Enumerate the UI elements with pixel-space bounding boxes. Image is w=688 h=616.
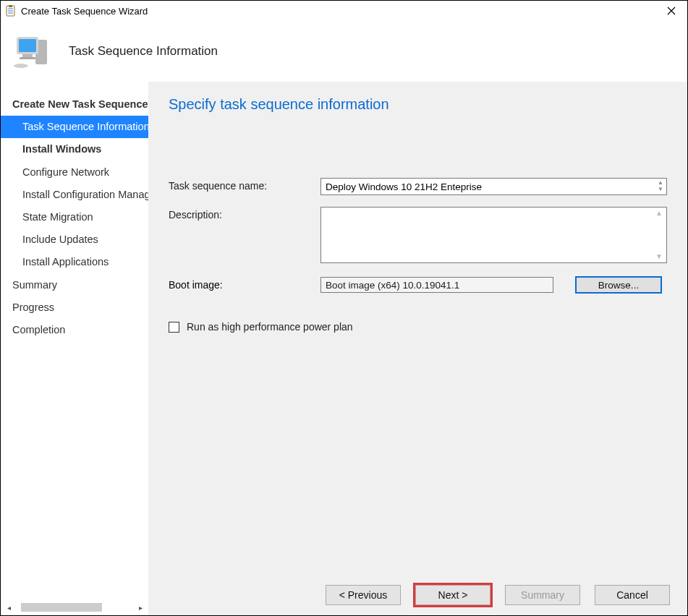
next-button[interactable]: Next > bbox=[415, 585, 490, 605]
footer: < Previous Next > Summary Cancel bbox=[148, 579, 687, 615]
scroll-thumb[interactable] bbox=[21, 603, 102, 612]
previous-button[interactable]: < Previous bbox=[326, 585, 401, 605]
body: Create New Task Sequence Task Sequence I… bbox=[1, 82, 687, 615]
boot-image-row: Boot image: Browse... bbox=[169, 276, 667, 294]
task-name-spinner[interactable]: ▲ ▼ bbox=[655, 179, 666, 194]
sidebar-item-include-updates[interactable]: Include Updates bbox=[1, 228, 148, 251]
boot-image-input bbox=[320, 277, 553, 293]
svg-rect-1 bbox=[9, 5, 12, 7]
computer-icon bbox=[14, 31, 54, 72]
svg-rect-6 bbox=[22, 54, 33, 57]
description-input[interactable] bbox=[320, 207, 667, 263]
sidebar-item-install-applications[interactable]: Install Applications bbox=[1, 251, 148, 273]
svg-rect-7 bbox=[20, 57, 35, 59]
header: Task Sequence Information bbox=[1, 21, 687, 82]
sidebar-item-configure-network[interactable]: Configure Network bbox=[1, 161, 148, 184]
task-name-input[interactable] bbox=[320, 178, 667, 195]
sidebar-item-summary[interactable]: Summary bbox=[1, 274, 148, 296]
description-label: Description: bbox=[169, 207, 320, 221]
wizard-window: Create Task Sequence Wizard Task Sequenc… bbox=[0, 0, 688, 616]
app-icon bbox=[5, 5, 17, 17]
boot-image-label: Boot image: bbox=[169, 279, 320, 291]
sidebar-item-install-windows[interactable]: Install Windows bbox=[1, 138, 148, 161]
spinner-down-icon[interactable]: ▼ bbox=[655, 187, 666, 193]
summary-button: Summary bbox=[505, 585, 580, 605]
power-plan-row: Run as high performance power plan bbox=[169, 321, 667, 333]
scroll-track[interactable] bbox=[14, 603, 135, 612]
title-bar: Create Task Sequence Wizard bbox=[1, 1, 687, 21]
scroll-right-icon[interactable]: ▸ bbox=[135, 602, 145, 612]
svg-point-3 bbox=[14, 64, 28, 68]
sidebar-item-progress[interactable]: Progress bbox=[1, 296, 148, 319]
description-row: Description: ▲ ▼ bbox=[169, 207, 667, 263]
scroll-left-icon[interactable]: ◂ bbox=[4, 602, 14, 612]
task-name-label: Task sequence name: bbox=[169, 178, 320, 192]
sidebar-scrollbar[interactable]: ◂ ▸ bbox=[4, 602, 145, 612]
sidebar-item-create-new-task-sequence[interactable]: Create New Task Sequence bbox=[1, 93, 148, 116]
power-plan-label: Run as high performance power plan bbox=[187, 321, 353, 333]
cancel-button[interactable]: Cancel bbox=[595, 585, 670, 605]
power-plan-checkbox[interactable] bbox=[169, 322, 179, 333]
page-title: Task Sequence Information bbox=[69, 44, 218, 59]
svg-rect-5 bbox=[19, 39, 36, 52]
main-panel: Specify task sequence information Task s… bbox=[148, 82, 687, 615]
sidebar-item-task-sequence-information[interactable]: Task Sequence Information bbox=[1, 116, 148, 138]
main-title: Specify task sequence information bbox=[169, 96, 667, 113]
window-title: Create Task Sequence Wizard bbox=[21, 6, 655, 17]
browse-button[interactable]: Browse... bbox=[575, 276, 662, 294]
task-name-row: Task sequence name: ▲ ▼ bbox=[169, 178, 667, 195]
sidebar-item-install-configuration-manager[interactable]: Install Configuration Manager bbox=[1, 184, 148, 206]
sidebar-item-completion[interactable]: Completion bbox=[1, 319, 148, 341]
wizard-steps-sidebar: Create New Task Sequence Task Sequence I… bbox=[1, 82, 148, 615]
sidebar-item-state-migration[interactable]: State Migration bbox=[1, 206, 148, 228]
close-button[interactable] bbox=[655, 1, 687, 21]
